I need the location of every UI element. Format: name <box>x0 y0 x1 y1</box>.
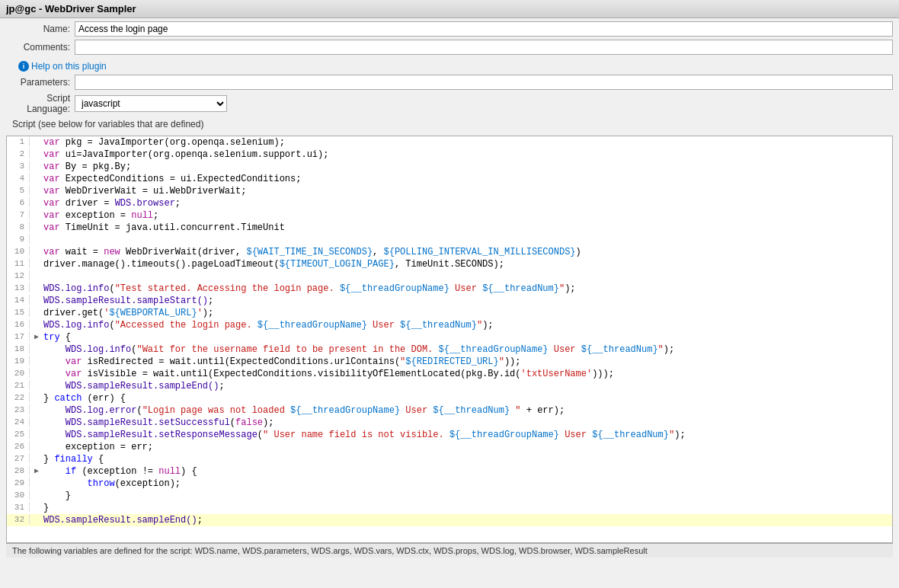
fold-icon <box>34 478 43 478</box>
line-number: 31 <box>7 502 30 512</box>
line-number: 25 <box>7 429 30 439</box>
fold-icon <box>34 441 43 442</box>
fold-icon <box>34 270 43 271</box>
code-content: driver.manage().timeouts().pageLoadTimeo… <box>43 258 892 270</box>
name-input[interactable] <box>75 21 893 37</box>
code-row: 16WDS.log.info("Accessed the login page.… <box>7 319 892 331</box>
code-content: WDS.sampleResult.sampleStart(); <box>43 295 892 307</box>
code-content: WDS.sampleResult.setSuccessful(false); <box>43 417 892 429</box>
fold-icon <box>34 453 43 454</box>
fold-icon <box>34 356 43 356</box>
fold-icon <box>34 258 43 259</box>
code-content: var exception = null; <box>43 209 892 222</box>
code-content: try { <box>43 331 892 344</box>
fold-icon <box>34 404 43 405</box>
fold-icon <box>34 283 43 283</box>
code-content: var ui=JavaImporter(org.openqa.selenium.… <box>43 149 892 161</box>
code-content: WDS.sampleResult.sampleEnd(); <box>43 380 892 392</box>
code-row: 24 WDS.sampleResult.setSuccessful(false)… <box>7 417 892 429</box>
fold-icon <box>34 222 43 222</box>
line-number: 24 <box>7 417 30 427</box>
line-number: 4 <box>7 173 30 183</box>
code-row: 29 throw(exception); <box>7 478 892 490</box>
line-number: 20 <box>7 368 30 378</box>
parameters-row: Parameters: <box>6 75 893 90</box>
code-editor[interactable]: 1var pkg = JavaImporter(org.openqa.selen… <box>6 136 893 543</box>
code-content: } <box>43 502 892 514</box>
fold-icon <box>34 392 43 393</box>
code-row: 19 var isRedirected = wait.until(Expecte… <box>7 356 892 368</box>
line-number: 22 <box>7 392 30 402</box>
fold-icon <box>34 319 43 320</box>
line-number: 21 <box>7 380 30 390</box>
code-content: var TimeUnit = java.util.concurrent.Time… <box>43 222 892 234</box>
parameters-input[interactable] <box>75 75 893 90</box>
fold-icon <box>34 502 43 503</box>
code-content <box>43 234 892 246</box>
code-content: var pkg = JavaImporter(org.openqa.seleni… <box>43 136 892 149</box>
code-row: 8var TimeUnit = java.util.concurrent.Tim… <box>7 222 892 234</box>
line-number: 6 <box>7 197 30 207</box>
form-section: Name: Comments: i Help on this plugin Pa… <box>0 18 899 136</box>
line-number: 13 <box>7 283 30 292</box>
code-content: var ExpectedConditions = ui.ExpectedCond… <box>43 173 892 185</box>
code-content: var WebDriverWait = ui.WebDriverWait; <box>43 185 892 197</box>
fold-icon[interactable]: ▶ <box>34 331 43 341</box>
fold-icon <box>34 246 43 247</box>
line-number: 30 <box>7 490 30 500</box>
code-row: 25 WDS.sampleResult.setResponseMessage("… <box>7 429 892 441</box>
code-content: WDS.log.info("Wait for the username fiel… <box>43 344 892 356</box>
code-row: 23 WDS.log.error("Login page was not loa… <box>7 404 892 417</box>
script-language-select[interactable]: javascript groovy beanshell <box>75 95 227 112</box>
fold-icon <box>34 514 43 515</box>
line-number: 7 <box>7 209 30 219</box>
fold-icon <box>34 344 43 344</box>
line-number: 28 <box>7 465 30 475</box>
fold-icon <box>34 173 43 174</box>
code-content: var wait = new WebDriverWait(driver, ${W… <box>43 246 892 258</box>
help-link[interactable]: i Help on this plugin <box>12 59 887 73</box>
code-row: 2var ui=JavaImporter(org.openqa.selenium… <box>7 149 892 161</box>
code-row: 11driver.manage().timeouts().pageLoadTim… <box>7 258 892 270</box>
code-row: 31} <box>7 502 892 514</box>
status-bar: The following variables are defined for … <box>6 543 893 558</box>
code-row: 20 var isVisible = wait.until(ExpectedCo… <box>7 368 892 380</box>
line-number: 1 <box>7 136 30 146</box>
info-icon: i <box>18 61 29 72</box>
code-row: 28▶ if (exception != null) { <box>7 465 892 478</box>
code-row: 12 <box>7 270 892 283</box>
fold-icon <box>34 490 43 491</box>
name-label: Name: <box>6 24 75 34</box>
line-number: 12 <box>7 270 30 280</box>
line-number: 17 <box>7 331 30 341</box>
code-row: 27} finally { <box>7 453 892 465</box>
code-row: 5var WebDriverWait = ui.WebDriverWait; <box>7 185 892 197</box>
code-content: exception = err; <box>43 441 892 453</box>
code-row: 13WDS.log.info("Test started. Accessing … <box>7 283 892 295</box>
code-content: } <box>43 490 892 502</box>
code-content: } finally { <box>43 453 892 465</box>
comments-row: Comments: <box>6 40 893 55</box>
line-number: 32 <box>7 514 30 524</box>
code-row: 10var wait = new WebDriverWait(driver, $… <box>7 246 892 258</box>
code-row: 4var ExpectedConditions = ui.ExpectedCon… <box>7 173 892 185</box>
help-row: i Help on this plugin <box>6 58 893 75</box>
fold-icon <box>34 209 43 210</box>
code-content: } catch (err) { <box>43 392 892 404</box>
comments-input[interactable] <box>75 40 893 55</box>
line-number: 8 <box>7 222 30 232</box>
fold-icon <box>34 161 43 161</box>
line-number: 19 <box>7 356 30 366</box>
code-row: 18 WDS.log.info("Wait for the username f… <box>7 344 892 356</box>
line-number: 11 <box>7 258 30 268</box>
code-content: throw(exception); <box>43 478 892 490</box>
line-number: 9 <box>7 234 30 244</box>
title-bar: jp@gc - WebDriver Sampler <box>0 0 899 18</box>
code-row: 21 WDS.sampleResult.sampleEnd(); <box>7 380 892 392</box>
code-row: 17▶try { <box>7 331 892 344</box>
code-content: WDS.log.error("Login page was not loaded… <box>43 404 892 417</box>
fold-icon <box>34 234 43 235</box>
line-number: 5 <box>7 185 30 195</box>
fold-icon[interactable]: ▶ <box>34 465 43 475</box>
code-content: var By = pkg.By; <box>43 161 892 173</box>
